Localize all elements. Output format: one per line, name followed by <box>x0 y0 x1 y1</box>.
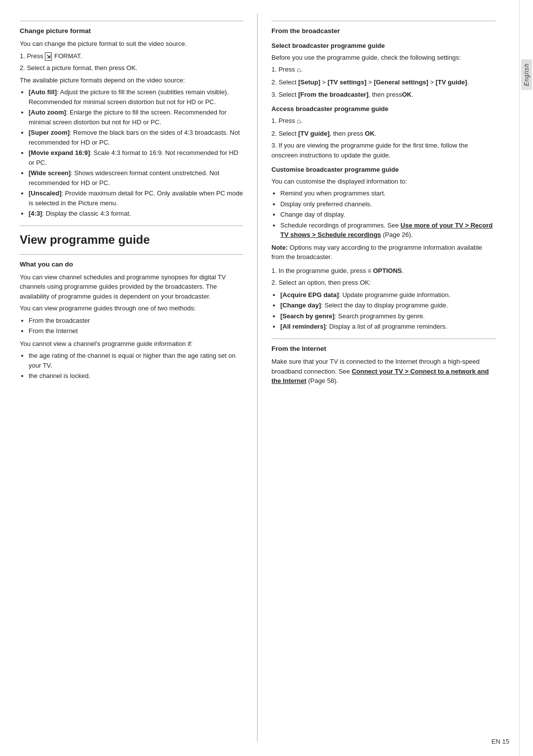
list-item: [Change day]: Select the day to display … <box>280 301 495 310</box>
options-step2-text: 2. Select an option, then press OK: <box>271 278 495 288</box>
list-item: [4:3]: Display the classic 4:3 format. <box>29 209 243 219</box>
list-item: [Acquire EPG data]: Update programme gui… <box>280 290 495 300</box>
list-item: [Super zoom]: Remove the black bars on t… <box>29 128 243 147</box>
access-step1: 1. Press ⌂. <box>271 116 495 126</box>
what-you-can-do-title: What you can do <box>20 260 243 269</box>
list-item: From the broadcaster <box>29 316 243 326</box>
list-item: [Wide screen]: Shows widescreen format c… <box>29 168 243 188</box>
section-divider <box>20 226 243 226</box>
step-3-from-broadcaster: 3. Select [From the broadcaster], then p… <box>271 90 495 100</box>
what-you-can-do-para2: You can view programme guides through on… <box>20 303 243 313</box>
options-intro-text: 1. In the programme guide, press ≡ OPTIO… <box>271 266 495 276</box>
list-item: [Auto fill]: Adjust the picture to fill … <box>29 87 243 107</box>
list-item: Change day of display. <box>280 210 495 220</box>
note-text: Note: Options may vary according to the … <box>271 243 495 262</box>
picture-format-intro: You can change the picture format to sui… <box>20 39 243 49</box>
home-icon-2: ⌂ <box>297 116 301 126</box>
list-item: [Unscaled]: Provide maximum detail for P… <box>29 189 243 208</box>
from-internet-section: From the Internet Make sure that your TV… <box>271 339 495 386</box>
list-item: Remind you when programmes start. <box>280 189 495 198</box>
list-item: the channel is locked. <box>29 371 243 381</box>
access-step3: 3. If you are viewing the programme guid… <box>271 141 495 160</box>
format-label: FORMAT <box>54 52 80 60</box>
customise-broadcaster-guide-title: Customise broadcaster programme guide <box>271 165 495 175</box>
sub-divider <box>20 254 243 255</box>
available-formats-para: The available picture formats depend on … <box>20 76 243 85</box>
internet-divider <box>271 339 495 339</box>
view-programme-guide-title: View programme guide <box>20 233 243 247</box>
top-divider <box>20 21 243 21</box>
list-item: the age rating of the channel is equal o… <box>29 351 243 370</box>
language-label: English <box>521 59 532 90</box>
step-2-setup: 2. Select [Setup] > [TV settings] > [Gen… <box>271 77 495 87</box>
main-content: Change picture format You can change the… <box>0 0 519 756</box>
customise-items-list: Remind you when programmes start. Displa… <box>280 189 495 240</box>
methods-list: From the broadcaster From the Internet <box>29 316 243 336</box>
options-icon: ≡ <box>368 266 371 275</box>
select-broadcaster-guide-para: Before you use the programme guide, chec… <box>271 53 495 63</box>
page-number: EN 15 <box>492 738 509 745</box>
from-internet-para: Make sure that your TV is connected to t… <box>271 357 495 386</box>
change-picture-format-title: Change picture format <box>20 26 243 36</box>
left-column: Change picture format You can change the… <box>20 14 258 742</box>
customise-broadcaster-guide-para: You can customise the displayed informat… <box>271 177 495 187</box>
right-column: From the broadcaster Select broadcaster … <box>258 14 495 742</box>
list-item: [Auto zoom]: Enlarge the picture to fill… <box>29 108 243 127</box>
list-item: Display only preferred channels. <box>280 199 495 209</box>
press-format-step: 1. Press ⇲ FORMAT. <box>20 51 243 61</box>
format-icon: ⇲ <box>45 52 52 61</box>
list-item: [All reminders]: Display a list of all p… <box>280 322 495 332</box>
options-list: [Acquire EPG data]: Update programme gui… <box>280 290 495 332</box>
from-internet-title: From the Internet <box>271 344 495 354</box>
list-item: Schedule recordings of programmes. See U… <box>280 221 495 240</box>
list-item: [Search by genre]: Search programmes by … <box>280 311 495 321</box>
select-broadcaster-guide-title: Select broadcaster programme guide <box>271 41 495 51</box>
step1-text: 1. Press <box>20 52 43 60</box>
what-you-can-do-para1: You can view channel schedules and progr… <box>20 272 243 302</box>
from-broadcaster-title: From the broadcaster <box>271 26 495 36</box>
page: Change picture format You can change the… <box>0 0 533 756</box>
from-broadcaster-section: From the broadcaster Select broadcaster … <box>271 21 495 332</box>
conditions-list: the age rating of the channel is equal o… <box>29 351 243 381</box>
select-format-step: 2. Select a picture format, then press O… <box>20 63 243 73</box>
step-1-home: 1. Press ⌂. <box>271 65 495 75</box>
list-item: [Movie expand 16:9]: Scale 4:3 format to… <box>29 148 243 167</box>
view-programme-guide-section: View programme guide What you can do You… <box>20 226 243 381</box>
access-step2: 2. Select [TV guide], then press OK. <box>271 129 495 139</box>
picture-format-list: [Auto fill]: Adjust the picture to fill … <box>29 87 243 219</box>
list-item: From the Internet <box>29 326 243 336</box>
language-sidebar: English <box>519 0 533 756</box>
cannot-view-para: You cannot view a channel's programme gu… <box>20 339 243 349</box>
change-picture-format-section: Change picture format You can change the… <box>20 21 243 219</box>
top-divider-right <box>271 21 495 21</box>
access-broadcaster-guide-title: Access broadcaster programme guide <box>271 104 495 114</box>
home-icon: ⌂ <box>297 65 301 75</box>
